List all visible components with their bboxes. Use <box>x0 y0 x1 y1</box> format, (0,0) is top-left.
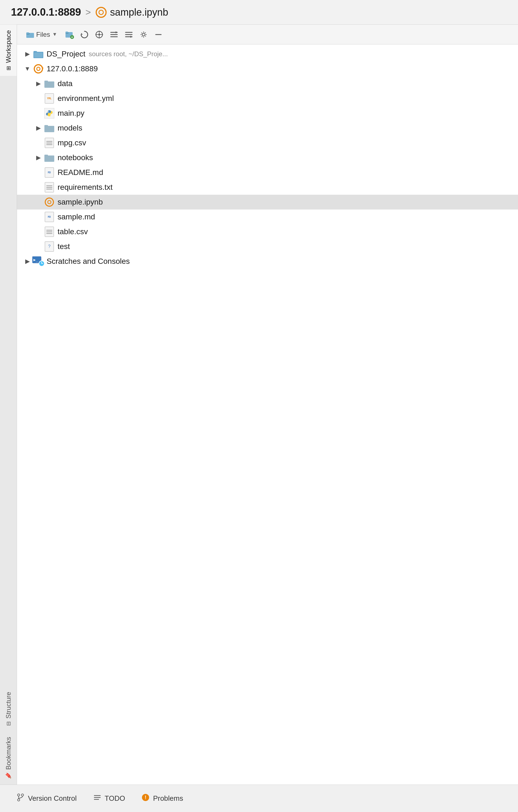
tree-item-table-csv[interactable]: ▶ table.csv <box>17 224 518 239</box>
environment-yml-label: environment.yml <box>58 94 114 103</box>
tree-item-requirements-txt[interactable]: ▶ requirements.txt <box>17 180 518 195</box>
svg-point-36 <box>48 111 49 112</box>
tree-item-mpg-csv[interactable]: ▶ mpg.csv <box>17 136 518 150</box>
svg-text:!: ! <box>145 795 146 800</box>
breadcrumb-bar: 127.0.0.1:8889 > sample.ipynb <box>0 0 518 25</box>
file-tree: ▶ DS_Project sources root, ~/DS_Proje...… <box>17 45 518 785</box>
svg-marker-18 <box>116 31 117 33</box>
side-tab-workspace[interactable]: ⊞ Workspace <box>0 25 17 76</box>
files-chevron-icon: ▼ <box>52 32 57 37</box>
expand-icon <box>124 30 133 39</box>
breadcrumb-filename[interactable]: sample.ipynb <box>110 7 168 18</box>
svg-marker-10 <box>81 33 83 34</box>
arrow-server: ▼ <box>23 65 32 72</box>
breadcrumb-separator: > <box>86 7 91 18</box>
tree-item-models[interactable]: ▶ models <box>17 121 518 136</box>
readme-md-label: README.md <box>58 168 103 177</box>
locate-button[interactable] <box>93 28 105 41</box>
tree-item-data[interactable]: ▶ data <box>17 76 518 91</box>
svg-point-42 <box>45 198 54 206</box>
svg-point-0 <box>96 7 106 17</box>
arrow-notebooks: ▶ <box>33 154 43 161</box>
expand-button[interactable] <box>123 28 135 41</box>
status-todo[interactable]: TODO <box>85 785 133 812</box>
collapse-icon <box>110 30 118 39</box>
tree-item-sample-ipynb[interactable]: ▶ sample.ipynb <box>17 195 518 209</box>
collapse-button[interactable] <box>108 28 120 41</box>
files-dropdown-button[interactable]: Files ▼ <box>23 28 61 41</box>
tree-item-test[interactable]: ▶ ? test <box>17 239 518 254</box>
svg-marker-22 <box>130 36 132 38</box>
sample-ipynb-label: sample.ipynb <box>58 198 103 206</box>
side-tab-bookmarks[interactable]: 🔖 Bookmarks <box>0 731 17 785</box>
notebook-file-icon <box>43 196 55 208</box>
requirements-txt-label: requirements.txt <box>58 183 113 192</box>
svg-text:+: + <box>71 35 73 39</box>
breadcrumb-file-icon <box>95 7 107 18</box>
toolbar: Files ▼ + <box>17 25 518 45</box>
ds-project-label: DS_Project <box>47 50 86 58</box>
yml-file-icon: YML <box>43 92 55 105</box>
data-label: data <box>58 79 73 88</box>
server-icon <box>32 63 44 75</box>
svg-rect-28 <box>34 52 43 58</box>
tree-item-main-py[interactable]: ▶ main.py <box>17 106 518 121</box>
svg-rect-34 <box>44 81 48 83</box>
status-version-control[interactable]: Version Control <box>8 785 85 812</box>
tree-item-notebooks[interactable]: ▶ notebooks <box>17 150 518 165</box>
side-tab-structure-label: Structure <box>5 692 12 719</box>
workspace-icon: ⊞ <box>5 66 12 70</box>
tree-item-sample-md[interactable]: ▶ MD sample.md <box>17 209 518 224</box>
md-file-icon-sample: MD <box>43 211 55 223</box>
minimize-button[interactable] <box>152 28 165 41</box>
new-folder-button[interactable]: + <box>63 28 76 41</box>
server-label: 127.0.0.1:8889 <box>47 64 98 73</box>
todo-label: TODO <box>105 794 125 803</box>
mpg-csv-label: mpg.csv <box>58 139 86 147</box>
files-label: Files <box>36 31 50 38</box>
folder-icon-data <box>43 78 55 90</box>
main-py-label: main.py <box>58 109 84 118</box>
main-panel: Files ▼ + <box>17 25 518 785</box>
scratches-label: Scratches and Consoles <box>47 257 130 266</box>
side-tab-bookmarks-label: Bookmarks <box>5 737 12 770</box>
tree-item-readme-md[interactable]: ▶ MD README.md <box>17 165 518 180</box>
csv-file-icon-table <box>43 226 55 238</box>
problems-label: Problems <box>153 794 183 803</box>
svg-point-1 <box>99 10 103 14</box>
svg-rect-41 <box>44 155 48 156</box>
tree-item-scratches[interactable]: ▶ ▶_ Scratches and Consoles <box>17 254 518 269</box>
status-problems[interactable]: ! Problems <box>133 785 191 812</box>
tree-item-ds-project[interactable]: ▶ DS_Project sources root, ~/DS_Proje... <box>17 47 518 61</box>
test-label: test <box>58 242 70 251</box>
svg-rect-29 <box>34 51 35 52</box>
svg-point-51 <box>21 794 24 796</box>
refresh-button[interactable] <box>78 28 91 41</box>
svg-point-14 <box>98 34 100 35</box>
tree-item-server[interactable]: ▼ 127.0.0.1:8889 <box>17 61 518 76</box>
version-control-label: Version Control <box>28 794 77 803</box>
sample-md-label: sample.md <box>58 212 95 221</box>
side-tabs-panel: ⊞ Workspace ⊟ Structure 🔖 Bookmarks <box>0 25 17 785</box>
svg-rect-4 <box>26 32 29 34</box>
folder-icon-ds-project <box>32 48 44 60</box>
folder-icon-notebooks <box>43 152 55 164</box>
svg-point-37 <box>50 115 51 116</box>
locate-icon <box>95 30 103 39</box>
svg-point-23 <box>142 33 145 36</box>
svg-point-50 <box>18 794 20 796</box>
breadcrumb-host[interactable]: 127.0.0.1:8889 <box>11 6 81 18</box>
structure-icon: ⊟ <box>5 721 12 726</box>
status-bar: Version Control TODO ! Problems <box>0 785 518 812</box>
arrow-models: ▶ <box>33 124 43 132</box>
folder-icon-models <box>43 122 55 134</box>
svg-text:▶_: ▶_ <box>33 258 38 262</box>
txt-file-icon <box>43 181 55 193</box>
settings-button[interactable] <box>137 28 150 41</box>
side-tab-structure[interactable]: ⊟ Structure <box>0 687 17 731</box>
svg-rect-7 <box>65 32 68 33</box>
arrow-data: ▶ <box>33 80 43 87</box>
models-label: models <box>58 124 82 133</box>
md-file-icon-readme: MD <box>43 167 55 178</box>
tree-item-environment-yml[interactable]: ▶ YML environment.yml <box>17 91 518 106</box>
